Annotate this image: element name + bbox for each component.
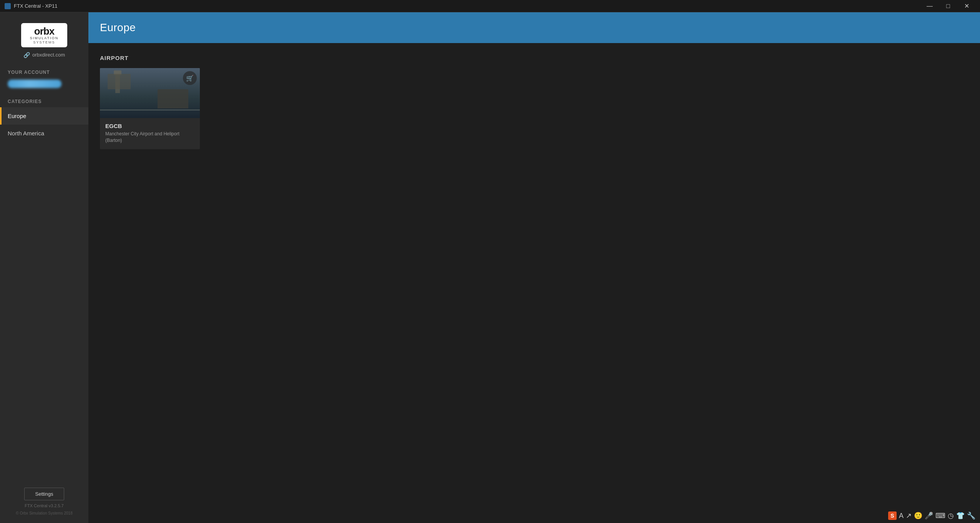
tray-icon-wrench[interactable]: 🔧 — [967, 511, 975, 520]
sidebar: orbx simulation systems 🔗 orbxdirect.com… — [0, 12, 88, 523]
tray-icon-a[interactable]: A — [899, 512, 904, 520]
tray-icon-arrow[interactable]: ↗ — [906, 511, 912, 520]
card-info-egcb: EGCB Manchester City Airport and Helipor… — [100, 118, 200, 149]
product-code: EGCB — [105, 123, 194, 129]
system-tray: S A ↗ 🙂 🎤 ⌨ ◷ 👕 🔧 — [888, 511, 975, 520]
hangar-shape — [158, 89, 188, 108]
link-icon: 🔗 — [23, 52, 30, 58]
main-body: AIRPORT 🛒 EGCB Manchester City Airport a… — [88, 43, 980, 523]
window-title: FTX Central - XP11 — [14, 3, 57, 9]
card-image-egcb: 🛒 — [100, 68, 200, 118]
app-icon — [5, 3, 11, 9]
account-area — [0, 78, 88, 93]
logo-systems: systems — [33, 40, 55, 44]
orbxdirect-label: orbxdirect.com — [32, 52, 65, 58]
app-container: orbx simulation systems 🔗 orbxdirect.com… — [0, 12, 980, 523]
tower-top — [114, 70, 121, 75]
close-button[interactable]: ✕ — [958, 0, 975, 12]
cart-icon[interactable]: 🛒 — [183, 71, 197, 85]
logo-box: orbx simulation systems — [21, 23, 67, 47]
main-header: Europe — [88, 12, 980, 43]
sidebar-footer: Settings FTX Central v3.2.5.7 © Orbx Sim… — [0, 488, 88, 515]
categories-section-label: CATEGORIES — [0, 93, 88, 107]
logo-orbx: orbx — [34, 26, 54, 36]
orbxdirect-link[interactable]: 🔗 orbxdirect.com — [23, 52, 65, 58]
sidebar-item-europe[interactable]: Europe — [0, 107, 88, 125]
product-name: Manchester City Airport and Heliport (Ba… — [105, 131, 194, 144]
account-section-label: YOUR ACCOUNT — [0, 62, 88, 78]
sidebar-item-europe-label: Europe — [8, 113, 26, 119]
sidebar-item-north-america[interactable]: North America — [0, 125, 88, 142]
titlebar-title: FTX Central - XP11 — [5, 3, 57, 9]
tray-icon-s[interactable]: S — [888, 511, 897, 520]
maximize-button[interactable]: □ — [939, 0, 957, 12]
logo-container: orbx simulation systems 🔗 orbxdirect.com — [0, 12, 88, 62]
tray-icon-emoji[interactable]: 🙂 — [914, 511, 922, 520]
minimize-button[interactable]: — — [921, 0, 938, 12]
page-title: Europe — [100, 22, 136, 34]
tray-icon-clock[interactable]: ◷ — [948, 511, 954, 520]
tray-icon-shirt[interactable]: 👕 — [956, 511, 965, 520]
version-text: FTX Central v3.2.5.7 — [25, 503, 64, 508]
account-email — [8, 80, 61, 88]
product-card-egcb[interactable]: 🛒 EGCB Manchester City Airport and Helip… — [100, 68, 200, 149]
main-content: Europe AIRPORT 🛒 EGCB M — [88, 12, 980, 523]
airport-section-title: AIRPORT — [100, 55, 968, 61]
products-grid: 🛒 EGCB Manchester City Airport and Helip… — [100, 68, 968, 149]
logo-simulation: simulation — [30, 36, 58, 40]
sidebar-item-north-america-label: North America — [8, 130, 44, 137]
copyright-text: © Orbx Simulation Systems 2018 — [16, 511, 72, 515]
tray-icon-keyboard[interactable]: ⌨ — [935, 511, 945, 520]
window-controls: — □ ✕ — [921, 0, 975, 12]
settings-button[interactable]: Settings — [24, 488, 65, 500]
tray-icon-mic[interactable]: 🎤 — [925, 511, 933, 520]
tower-shape — [115, 72, 120, 93]
titlebar: FTX Central - XP11 — □ ✕ — [0, 0, 980, 12]
